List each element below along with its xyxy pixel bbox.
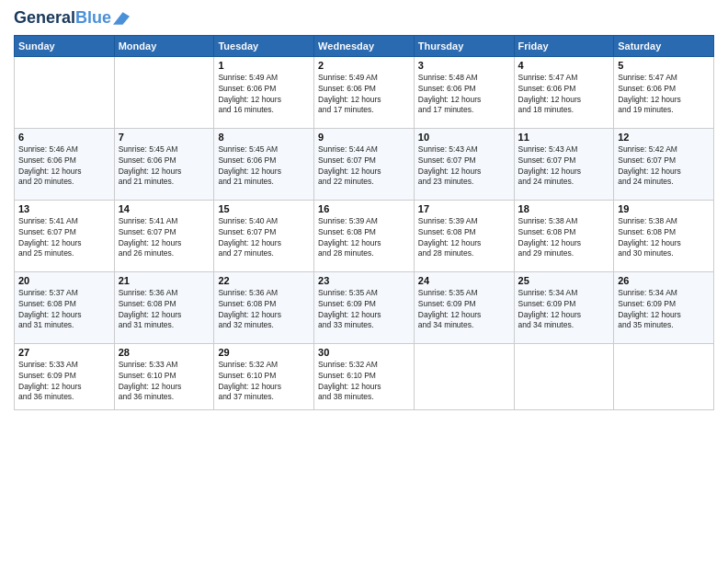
day-number: 3: [418, 60, 510, 71]
calendar-cell: [414, 343, 514, 409]
day-info: Sunrise: 5:40 AM Sunset: 6:07 PM Dayligh…: [218, 216, 310, 260]
day-info: Sunrise: 5:39 AM Sunset: 6:08 PM Dayligh…: [318, 216, 410, 260]
day-number: 15: [218, 203, 310, 214]
calendar-cell: 22Sunrise: 5:36 AM Sunset: 6:08 PM Dayli…: [214, 271, 314, 343]
calendar-table: SundayMondayTuesdayWednesdayThursdayFrid…: [14, 35, 714, 410]
calendar-body: 1Sunrise: 5:49 AM Sunset: 6:06 PM Daylig…: [15, 56, 714, 409]
day-info: Sunrise: 5:41 AM Sunset: 6:07 PM Dayligh…: [119, 216, 210, 260]
day-info: Sunrise: 5:41 AM Sunset: 6:07 PM Dayligh…: [18, 216, 110, 260]
calendar-cell: 17Sunrise: 5:39 AM Sunset: 6:08 PM Dayli…: [414, 200, 514, 271]
calendar-week-row: 20Sunrise: 5:37 AM Sunset: 6:08 PM Dayli…: [15, 271, 714, 343]
calendar-cell: 5Sunrise: 5:47 AM Sunset: 6:06 PM Daylig…: [614, 56, 714, 128]
day-number: 21: [119, 275, 210, 286]
day-info: Sunrise: 5:47 AM Sunset: 6:06 PM Dayligh…: [618, 73, 710, 117]
day-number: 27: [18, 347, 110, 358]
calendar-cell: 28Sunrise: 5:33 AM Sunset: 6:10 PM Dayli…: [114, 343, 214, 409]
weekday-header: Tuesday: [214, 35, 314, 56]
calendar-cell: 14Sunrise: 5:41 AM Sunset: 6:07 PM Dayli…: [114, 200, 214, 271]
calendar-cell: 12Sunrise: 5:42 AM Sunset: 6:07 PM Dayli…: [614, 128, 714, 200]
weekday-header: Wednesday: [314, 35, 415, 56]
day-number: 18: [518, 203, 610, 214]
day-info: Sunrise: 5:45 AM Sunset: 6:06 PM Dayligh…: [119, 144, 210, 189]
calendar-header-row: SundayMondayTuesdayWednesdayThursdayFrid…: [15, 35, 714, 56]
day-info: Sunrise: 5:46 AM Sunset: 6:06 PM Dayligh…: [18, 144, 110, 189]
weekday-header: Friday: [514, 35, 614, 56]
day-number: 26: [618, 275, 710, 286]
header: GeneralBlue: [14, 9, 714, 28]
day-number: 14: [119, 203, 210, 214]
day-number: 7: [119, 132, 210, 143]
calendar-week-row: 6Sunrise: 5:46 AM Sunset: 6:06 PM Daylig…: [15, 128, 714, 200]
day-number: 9: [318, 132, 410, 143]
day-info: Sunrise: 5:44 AM Sunset: 6:07 PM Dayligh…: [318, 144, 410, 189]
day-info: Sunrise: 5:32 AM Sunset: 6:10 PM Dayligh…: [218, 360, 310, 404]
weekday-header: Saturday: [614, 35, 714, 56]
day-info: Sunrise: 5:35 AM Sunset: 6:09 PM Dayligh…: [418, 288, 510, 332]
day-number: 8: [218, 132, 310, 143]
calendar-cell: 19Sunrise: 5:38 AM Sunset: 6:08 PM Dayli…: [614, 200, 714, 271]
day-number: 20: [18, 275, 110, 286]
calendar-cell: 25Sunrise: 5:34 AM Sunset: 6:09 PM Dayli…: [514, 271, 614, 343]
day-number: 13: [18, 203, 110, 214]
calendar-cell: 30Sunrise: 5:32 AM Sunset: 6:10 PM Dayli…: [314, 343, 415, 409]
calendar-week-row: 13Sunrise: 5:41 AM Sunset: 6:07 PM Dayli…: [15, 200, 714, 271]
logo-text: GeneralBlue: [14, 9, 111, 28]
calendar-week-row: 1Sunrise: 5:49 AM Sunset: 6:06 PM Daylig…: [15, 56, 714, 128]
day-number: 5: [618, 60, 710, 71]
weekday-header: Monday: [114, 35, 214, 56]
day-info: Sunrise: 5:43 AM Sunset: 6:07 PM Dayligh…: [418, 144, 510, 189]
day-number: 17: [418, 203, 510, 214]
calendar-cell: 2Sunrise: 5:49 AM Sunset: 6:06 PM Daylig…: [314, 56, 415, 128]
calendar-cell: 21Sunrise: 5:36 AM Sunset: 6:08 PM Dayli…: [114, 271, 214, 343]
day-info: Sunrise: 5:33 AM Sunset: 6:09 PM Dayligh…: [18, 360, 110, 404]
calendar-cell: 13Sunrise: 5:41 AM Sunset: 6:07 PM Dayli…: [15, 200, 115, 271]
calendar-week-row: 27Sunrise: 5:33 AM Sunset: 6:09 PM Dayli…: [15, 343, 714, 409]
day-info: Sunrise: 5:42 AM Sunset: 6:07 PM Dayligh…: [618, 144, 710, 189]
day-number: 23: [318, 275, 410, 286]
day-info: Sunrise: 5:39 AM Sunset: 6:08 PM Dayligh…: [418, 216, 510, 260]
day-number: 12: [618, 132, 710, 143]
weekday-header: Thursday: [414, 35, 514, 56]
page: GeneralBlue SundayMondayTuesdayWednesday…: [0, 0, 728, 563]
day-info: Sunrise: 5:49 AM Sunset: 6:06 PM Dayligh…: [318, 73, 410, 117]
day-number: 11: [518, 132, 610, 143]
day-info: Sunrise: 5:47 AM Sunset: 6:06 PM Dayligh…: [518, 73, 610, 117]
calendar-cell: 27Sunrise: 5:33 AM Sunset: 6:09 PM Dayli…: [15, 343, 115, 409]
day-info: Sunrise: 5:38 AM Sunset: 6:08 PM Dayligh…: [618, 216, 710, 260]
calendar-cell: 11Sunrise: 5:43 AM Sunset: 6:07 PM Dayli…: [514, 128, 614, 200]
calendar-cell: 23Sunrise: 5:35 AM Sunset: 6:09 PM Dayli…: [314, 271, 415, 343]
day-number: 4: [518, 60, 610, 71]
calendar-cell: [15, 56, 115, 128]
calendar-cell: 9Sunrise: 5:44 AM Sunset: 6:07 PM Daylig…: [314, 128, 415, 200]
logo-icon: [113, 10, 130, 27]
calendar-cell: 26Sunrise: 5:34 AM Sunset: 6:09 PM Dayli…: [614, 271, 714, 343]
calendar-cell: 24Sunrise: 5:35 AM Sunset: 6:09 PM Dayli…: [414, 271, 514, 343]
day-number: 28: [119, 347, 210, 358]
day-info: Sunrise: 5:35 AM Sunset: 6:09 PM Dayligh…: [318, 288, 410, 332]
calendar-cell: 18Sunrise: 5:38 AM Sunset: 6:08 PM Dayli…: [514, 200, 614, 271]
day-info: Sunrise: 5:38 AM Sunset: 6:08 PM Dayligh…: [518, 216, 610, 260]
logo: GeneralBlue: [14, 9, 130, 28]
day-info: Sunrise: 5:33 AM Sunset: 6:10 PM Dayligh…: [119, 360, 210, 404]
day-number: 2: [318, 60, 410, 71]
day-number: 29: [218, 347, 310, 358]
day-number: 6: [18, 132, 110, 143]
day-number: 10: [418, 132, 510, 143]
calendar-cell: [514, 343, 614, 409]
calendar-cell: 3Sunrise: 5:48 AM Sunset: 6:06 PM Daylig…: [414, 56, 514, 128]
calendar-cell: 16Sunrise: 5:39 AM Sunset: 6:08 PM Dayli…: [314, 200, 415, 271]
day-info: Sunrise: 5:36 AM Sunset: 6:08 PM Dayligh…: [119, 288, 210, 332]
weekday-header: Sunday: [15, 35, 115, 56]
day-info: Sunrise: 5:43 AM Sunset: 6:07 PM Dayligh…: [518, 144, 610, 189]
calendar-cell: 20Sunrise: 5:37 AM Sunset: 6:08 PM Dayli…: [15, 271, 115, 343]
calendar-cell: 29Sunrise: 5:32 AM Sunset: 6:10 PM Dayli…: [214, 343, 314, 409]
day-info: Sunrise: 5:36 AM Sunset: 6:08 PM Dayligh…: [218, 288, 310, 332]
day-info: Sunrise: 5:37 AM Sunset: 6:08 PM Dayligh…: [18, 288, 110, 332]
day-number: 24: [418, 275, 510, 286]
calendar-cell: [614, 343, 714, 409]
calendar-cell: 8Sunrise: 5:45 AM Sunset: 6:06 PM Daylig…: [214, 128, 314, 200]
day-number: 1: [218, 60, 310, 71]
calendar-cell: 1Sunrise: 5:49 AM Sunset: 6:06 PM Daylig…: [214, 56, 314, 128]
day-info: Sunrise: 5:34 AM Sunset: 6:09 PM Dayligh…: [518, 288, 610, 332]
svg-marker-0: [113, 12, 130, 25]
